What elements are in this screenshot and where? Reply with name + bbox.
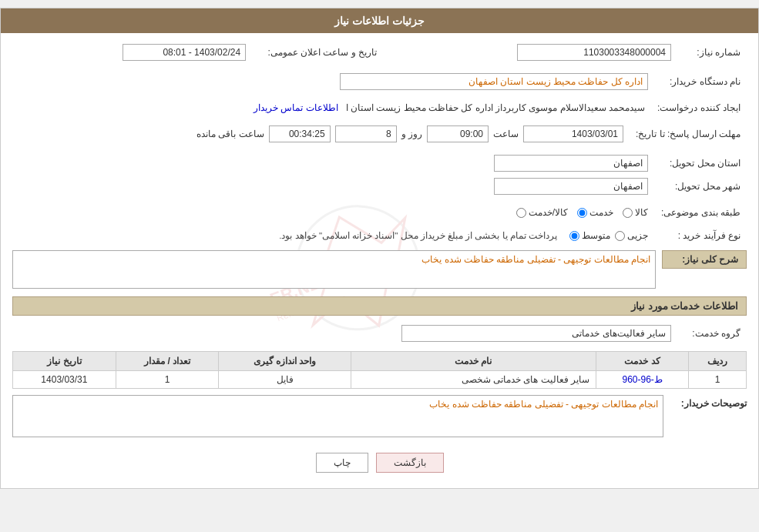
services-section-title: اطلاعات خدمات مورد نیاز <box>12 296 747 316</box>
cell-rownum: 1 <box>689 371 747 389</box>
info-table-row1: شماره نیاز: 1103003348000004 تاریخ و ساع… <box>12 41 747 64</box>
jozi-label: جزیی <box>627 230 648 241</box>
col-code: کد خدمت <box>596 352 688 371</box>
motawaset-radio-input[interactable] <box>569 231 579 241</box>
group-table: گروه خدمت: سایر فعالیت‌های خدماتی <box>12 322 747 345</box>
buyer-org-label: نام دستگاه خریدار: <box>654 70 747 93</box>
deadline-counter-label: ساعت باقی مانده <box>196 129 264 139</box>
requester-label: ایجاد کننده درخواست: <box>651 99 747 116</box>
buyer-desc-textarea[interactable]: انجام مطالعات توجیهی - تفضیلی مناطقه حفا… <box>12 395 663 437</box>
print-button[interactable]: چاپ <box>316 453 368 473</box>
table-row: 1 ط-96-960 سایر فعالیت های خدماتی شخصی ف… <box>13 371 747 389</box>
services-header-row: ردیف کد خدمت نام خدمت واحد اندازه گیری ت… <box>13 352 747 371</box>
category-radio-kala-khedmat[interactable]: کالا/خدمت <box>516 207 568 218</box>
col-unit: واحد اندازه گیری <box>219 352 351 371</box>
requester-text: سیدمحمد سعیدالاسلام موسوی کاربرداز اداره… <box>346 102 645 113</box>
page-title: جزئیات اطلاعات نیاز <box>334 15 425 27</box>
info-table-row6: طبقه بندی موضوعی: کالا خدمت <box>12 204 747 221</box>
deadline-time-field: 09:00 <box>427 125 489 142</box>
motawaset-label: متوسط <box>582 230 610 241</box>
province-field: اصفهان <box>494 155 648 172</box>
deadline-date-field: 1403/03/01 <box>523 125 623 142</box>
buyer-org-field: اداره کل حفاظت محیط زیست استان اصفهان <box>340 73 648 90</box>
info-table-row2: نام دستگاه خریدار: اداره کل حفاظت محیط ز… <box>12 70 747 93</box>
deadline-label: مهلت ارسال پاسخ: تا تاریخ: <box>630 122 747 146</box>
city-field: اصفهان <box>494 178 648 195</box>
city-value: اصفهان <box>12 175 654 198</box>
deadline-row: 1403/03/01 ساعت 09:00 روز و 8 00:34:25 س… <box>12 122 630 146</box>
group-field: سایر فعالیت‌های خدماتی <box>401 325 671 342</box>
category-khedmat-label: خدمت <box>589 207 613 218</box>
deadline-days-field: 8 <box>335 125 397 142</box>
col-rownum: ردیف <box>689 352 747 371</box>
purchase-type-radio-motawaset[interactable]: متوسط <box>569 230 610 241</box>
back-button[interactable]: بازگشت <box>376 453 444 473</box>
info-table-row7: نوع فرآیند خرید : جزیی متوسط پرداخت <box>12 227 747 244</box>
buyer-org-value: اداره کل حفاظت محیط زیست استان اصفهان <box>12 70 654 93</box>
category-radio-kala[interactable]: کالا <box>623 207 648 218</box>
buyer-desc-label: توصیحات خریدار: <box>670 395 747 409</box>
services-table: ردیف کد خدمت نام خدمت واحد اندازه گیری ت… <box>12 351 747 389</box>
announce-label: تاریخ و ساعت اعلان عمومی: <box>252 41 383 64</box>
cell-date: 1403/03/31 <box>13 371 116 389</box>
purchase-type-radio-jozi[interactable]: جزیی <box>615 230 648 241</box>
purchase-type-label: نوع فرآیند خرید : <box>654 227 747 244</box>
need-desc-textarea[interactable]: انجام مطالعات توجیهی - تفضیلی مناطقه حفا… <box>12 250 656 289</box>
province-value: اصفهان <box>12 152 654 175</box>
requester-value: سیدمحمد سعیدالاسلام موسوی کاربرداز اداره… <box>12 99 651 116</box>
cell-name: سایر فعالیت های خدماتی شخصی <box>351 371 596 389</box>
deadline-time-label: ساعت <box>493 129 519 139</box>
deadline-counter-field: 00:34:25 <box>269 125 331 142</box>
col-date: تاریخ نیاز <box>13 352 116 371</box>
info-table-row3: ایجاد کننده درخواست: سیدمحمد سعیدالاسلام… <box>12 99 747 116</box>
purchase-type-note: پرداخت تمام یا بخشی از مبلغ خریداز محل "… <box>279 230 557 241</box>
page-header: جزئیات اطلاعات نیاز <box>1 8 758 33</box>
jozi-radio-input[interactable] <box>615 231 625 241</box>
main-content: RENDER.NET AnaRender.NET شماره نیاز: 110… <box>1 33 758 488</box>
services-table-header: ردیف کد خدمت نام خدمت واحد اندازه گیری ت… <box>13 352 747 371</box>
services-table-body: 1 ط-96-960 سایر فعالیت های خدماتی شخصی ف… <box>13 371 747 389</box>
group-label: گروه خدمت: <box>677 322 747 345</box>
need-desc-title: شرح کلی نیاز: <box>662 250 747 269</box>
info-section: شماره نیاز: 1103003348000004 تاریخ و ساع… <box>12 41 747 480</box>
category-kala-label: کالا <box>635 207 648 218</box>
category-radio-khedmat-input[interactable] <box>577 208 587 218</box>
cell-code: ط-96-960 <box>596 371 688 389</box>
deadline-days-label: روز و <box>401 129 422 139</box>
purchase-type-row: جزیی متوسط پرداخت تمام یا بخشی از مبلغ خ… <box>12 227 654 244</box>
group-value: سایر فعالیت‌های خدماتی <box>12 322 677 345</box>
announce-datetime-field: 1403/02/24 - 08:01 <box>123 44 246 61</box>
col-qty: تعداد / مقدار <box>116 352 219 371</box>
info-table-row5: استان محل تحویل: اصفهان شهر محل تحویل: ا… <box>12 152 747 198</box>
need-number-value: 1103003348000004 <box>383 41 677 64</box>
cell-unit: فایل <box>219 371 351 389</box>
buyer-desc-row: توصیحات خریدار: انجام مطالعات توجیهی - ت… <box>12 395 747 437</box>
category-radio-kala-input[interactable] <box>623 208 633 218</box>
category-kala-khedmat-label: کالا/خدمت <box>529 207 568 218</box>
col-name: نام خدمت <box>351 352 596 371</box>
category-radio-khedmat[interactable]: خدمت <box>577 207 613 218</box>
announce-value: 1403/02/24 - 08:01 <box>12 41 252 64</box>
city-label: شهر محل تحویل: <box>654 175 747 198</box>
category-radio-kala-khedmat-input[interactable] <box>516 208 526 218</box>
cell-qty: 1 <box>116 371 219 389</box>
need-number-label: شماره نیاز: <box>677 41 747 64</box>
need-desc-row: شرح کلی نیاز: انجام مطالعات توجیهی - تفض… <box>12 250 747 289</box>
category-label: طبقه بندی موضوعی: <box>654 204 747 221</box>
category-radio-group: کالا خدمت کالا/خدمت <box>18 207 648 218</box>
bottom-buttons: بازگشت چاپ <box>12 445 747 480</box>
requester-contact-link[interactable]: اطلاعات تماس خریدار <box>254 102 338 113</box>
info-table-row4: مهلت ارسال پاسخ: تا تاریخ: 1403/03/01 سا… <box>12 122 747 146</box>
category-radios: کالا خدمت کالا/خدمت <box>12 204 654 221</box>
province-label: استان محل تحویل: <box>654 152 747 175</box>
page-wrapper: جزئیات اطلاعات نیاز RENDER.NET AnaRender… <box>0 8 759 489</box>
need-number-field: 1103003348000004 <box>517 44 671 61</box>
